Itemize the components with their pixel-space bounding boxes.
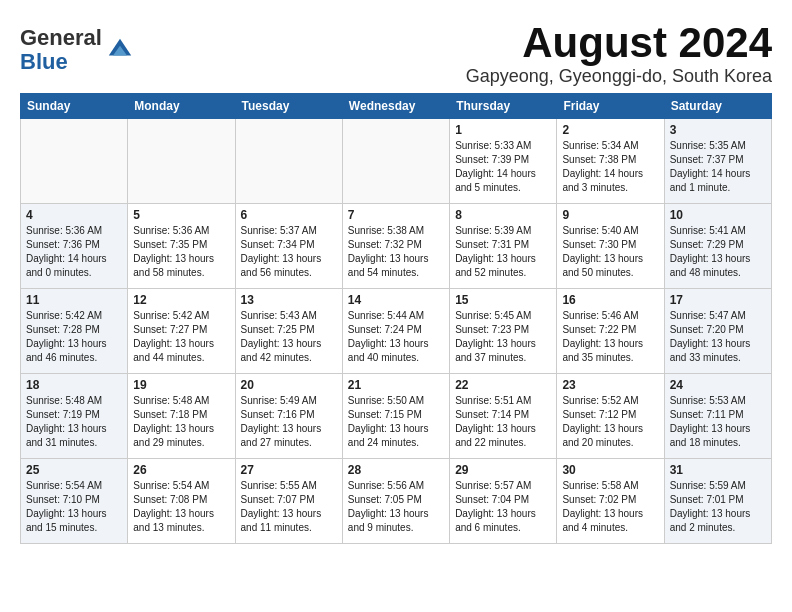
calendar-cell: 15Sunrise: 5:45 AM Sunset: 7:23 PM Dayli… — [450, 289, 557, 374]
calendar-cell: 3Sunrise: 5:35 AM Sunset: 7:37 PM Daylig… — [664, 119, 771, 204]
calendar-cell: 27Sunrise: 5:55 AM Sunset: 7:07 PM Dayli… — [235, 459, 342, 544]
day-number: 30 — [562, 463, 658, 477]
day-info: Sunrise: 5:51 AM Sunset: 7:14 PM Dayligh… — [455, 394, 551, 450]
week-row-3: 11Sunrise: 5:42 AM Sunset: 7:28 PM Dayli… — [21, 289, 772, 374]
day-info: Sunrise: 5:43 AM Sunset: 7:25 PM Dayligh… — [241, 309, 337, 365]
day-info: Sunrise: 5:44 AM Sunset: 7:24 PM Dayligh… — [348, 309, 444, 365]
calendar-cell: 18Sunrise: 5:48 AM Sunset: 7:19 PM Dayli… — [21, 374, 128, 459]
calendar-cell: 28Sunrise: 5:56 AM Sunset: 7:05 PM Dayli… — [342, 459, 449, 544]
day-info: Sunrise: 5:34 AM Sunset: 7:38 PM Dayligh… — [562, 139, 658, 195]
day-info: Sunrise: 5:57 AM Sunset: 7:04 PM Dayligh… — [455, 479, 551, 535]
calendar-cell: 24Sunrise: 5:53 AM Sunset: 7:11 PM Dayli… — [664, 374, 771, 459]
column-header-friday: Friday — [557, 94, 664, 119]
day-info: Sunrise: 5:35 AM Sunset: 7:37 PM Dayligh… — [670, 139, 766, 195]
day-number: 20 — [241, 378, 337, 392]
logo: General Blue — [20, 26, 134, 74]
day-number: 14 — [348, 293, 444, 307]
calendar-cell: 20Sunrise: 5:49 AM Sunset: 7:16 PM Dayli… — [235, 374, 342, 459]
day-info: Sunrise: 5:40 AM Sunset: 7:30 PM Dayligh… — [562, 224, 658, 280]
calendar-cell: 9Sunrise: 5:40 AM Sunset: 7:30 PM Daylig… — [557, 204, 664, 289]
day-number: 8 — [455, 208, 551, 222]
day-info: Sunrise: 5:54 AM Sunset: 7:10 PM Dayligh… — [26, 479, 122, 535]
day-info: Sunrise: 5:42 AM Sunset: 7:27 PM Dayligh… — [133, 309, 229, 365]
day-info: Sunrise: 5:56 AM Sunset: 7:05 PM Dayligh… — [348, 479, 444, 535]
calendar-cell: 10Sunrise: 5:41 AM Sunset: 7:29 PM Dayli… — [664, 204, 771, 289]
day-number: 2 — [562, 123, 658, 137]
calendar-cell: 6Sunrise: 5:37 AM Sunset: 7:34 PM Daylig… — [235, 204, 342, 289]
week-row-2: 4Sunrise: 5:36 AM Sunset: 7:36 PM Daylig… — [21, 204, 772, 289]
calendar-cell: 31Sunrise: 5:59 AM Sunset: 7:01 PM Dayli… — [664, 459, 771, 544]
column-header-sunday: Sunday — [21, 94, 128, 119]
day-number: 26 — [133, 463, 229, 477]
calendar-cell: 4Sunrise: 5:36 AM Sunset: 7:36 PM Daylig… — [21, 204, 128, 289]
column-header-thursday: Thursday — [450, 94, 557, 119]
calendar-cell: 25Sunrise: 5:54 AM Sunset: 7:10 PM Dayli… — [21, 459, 128, 544]
calendar-cell: 7Sunrise: 5:38 AM Sunset: 7:32 PM Daylig… — [342, 204, 449, 289]
logo-general: General — [20, 25, 102, 50]
day-number: 23 — [562, 378, 658, 392]
day-number: 15 — [455, 293, 551, 307]
calendar-title: August 2024 — [466, 20, 772, 66]
calendar-cell: 5Sunrise: 5:36 AM Sunset: 7:35 PM Daylig… — [128, 204, 235, 289]
column-header-monday: Monday — [128, 94, 235, 119]
column-header-saturday: Saturday — [664, 94, 771, 119]
day-number: 19 — [133, 378, 229, 392]
calendar-cell: 8Sunrise: 5:39 AM Sunset: 7:31 PM Daylig… — [450, 204, 557, 289]
day-number: 28 — [348, 463, 444, 477]
day-info: Sunrise: 5:39 AM Sunset: 7:31 PM Dayligh… — [455, 224, 551, 280]
calendar-cell: 1Sunrise: 5:33 AM Sunset: 7:39 PM Daylig… — [450, 119, 557, 204]
day-number: 16 — [562, 293, 658, 307]
day-info: Sunrise: 5:36 AM Sunset: 7:36 PM Dayligh… — [26, 224, 122, 280]
calendar-cell: 2Sunrise: 5:34 AM Sunset: 7:38 PM Daylig… — [557, 119, 664, 204]
calendar-cell: 11Sunrise: 5:42 AM Sunset: 7:28 PM Dayli… — [21, 289, 128, 374]
calendar-cell: 16Sunrise: 5:46 AM Sunset: 7:22 PM Dayli… — [557, 289, 664, 374]
day-info: Sunrise: 5:50 AM Sunset: 7:15 PM Dayligh… — [348, 394, 444, 450]
day-headers-row: SundayMondayTuesdayWednesdayThursdayFrid… — [21, 94, 772, 119]
day-number: 18 — [26, 378, 122, 392]
day-number: 12 — [133, 293, 229, 307]
day-info: Sunrise: 5:59 AM Sunset: 7:01 PM Dayligh… — [670, 479, 766, 535]
day-info: Sunrise: 5:46 AM Sunset: 7:22 PM Dayligh… — [562, 309, 658, 365]
day-number: 24 — [670, 378, 766, 392]
calendar-cell — [342, 119, 449, 204]
title-area: August 2024 Gapyeong, Gyeonggi-do, South… — [466, 20, 772, 87]
day-number: 21 — [348, 378, 444, 392]
day-info: Sunrise: 5:54 AM Sunset: 7:08 PM Dayligh… — [133, 479, 229, 535]
day-number: 3 — [670, 123, 766, 137]
calendar-cell: 12Sunrise: 5:42 AM Sunset: 7:27 PM Dayli… — [128, 289, 235, 374]
calendar-subtitle: Gapyeong, Gyeonggi-do, South Korea — [466, 66, 772, 87]
calendar-cell: 21Sunrise: 5:50 AM Sunset: 7:15 PM Dayli… — [342, 374, 449, 459]
calendar-cell: 26Sunrise: 5:54 AM Sunset: 7:08 PM Dayli… — [128, 459, 235, 544]
day-info: Sunrise: 5:42 AM Sunset: 7:28 PM Dayligh… — [26, 309, 122, 365]
day-info: Sunrise: 5:48 AM Sunset: 7:19 PM Dayligh… — [26, 394, 122, 450]
day-info: Sunrise: 5:53 AM Sunset: 7:11 PM Dayligh… — [670, 394, 766, 450]
day-number: 13 — [241, 293, 337, 307]
day-number: 5 — [133, 208, 229, 222]
day-number: 25 — [26, 463, 122, 477]
day-info: Sunrise: 5:47 AM Sunset: 7:20 PM Dayligh… — [670, 309, 766, 365]
calendar-cell: 14Sunrise: 5:44 AM Sunset: 7:24 PM Dayli… — [342, 289, 449, 374]
day-info: Sunrise: 5:48 AM Sunset: 7:18 PM Dayligh… — [133, 394, 229, 450]
calendar-cell: 22Sunrise: 5:51 AM Sunset: 7:14 PM Dayli… — [450, 374, 557, 459]
calendar-table: SundayMondayTuesdayWednesdayThursdayFrid… — [20, 93, 772, 544]
column-header-wednesday: Wednesday — [342, 94, 449, 119]
calendar-cell: 19Sunrise: 5:48 AM Sunset: 7:18 PM Dayli… — [128, 374, 235, 459]
day-info: Sunrise: 5:49 AM Sunset: 7:16 PM Dayligh… — [241, 394, 337, 450]
day-number: 1 — [455, 123, 551, 137]
day-info: Sunrise: 5:36 AM Sunset: 7:35 PM Dayligh… — [133, 224, 229, 280]
logo-blue: Blue — [20, 49, 68, 74]
week-row-4: 18Sunrise: 5:48 AM Sunset: 7:19 PM Dayli… — [21, 374, 772, 459]
day-info: Sunrise: 5:45 AM Sunset: 7:23 PM Dayligh… — [455, 309, 551, 365]
day-number: 11 — [26, 293, 122, 307]
day-info: Sunrise: 5:58 AM Sunset: 7:02 PM Dayligh… — [562, 479, 658, 535]
week-row-5: 25Sunrise: 5:54 AM Sunset: 7:10 PM Dayli… — [21, 459, 772, 544]
day-number: 22 — [455, 378, 551, 392]
day-info: Sunrise: 5:55 AM Sunset: 7:07 PM Dayligh… — [241, 479, 337, 535]
day-number: 17 — [670, 293, 766, 307]
calendar-cell: 13Sunrise: 5:43 AM Sunset: 7:25 PM Dayli… — [235, 289, 342, 374]
column-header-tuesday: Tuesday — [235, 94, 342, 119]
day-info: Sunrise: 5:41 AM Sunset: 7:29 PM Dayligh… — [670, 224, 766, 280]
day-number: 6 — [241, 208, 337, 222]
calendar-cell: 17Sunrise: 5:47 AM Sunset: 7:20 PM Dayli… — [664, 289, 771, 374]
day-number: 29 — [455, 463, 551, 477]
